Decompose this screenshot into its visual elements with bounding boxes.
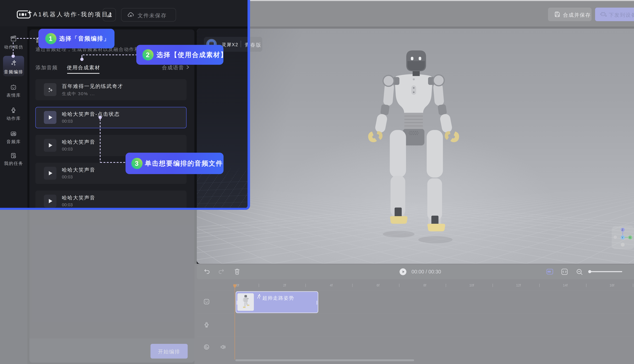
svg-text:X: X xyxy=(629,236,631,239)
svg-text:Z: Z xyxy=(621,228,624,231)
svg-text:Y: Y xyxy=(621,236,624,239)
